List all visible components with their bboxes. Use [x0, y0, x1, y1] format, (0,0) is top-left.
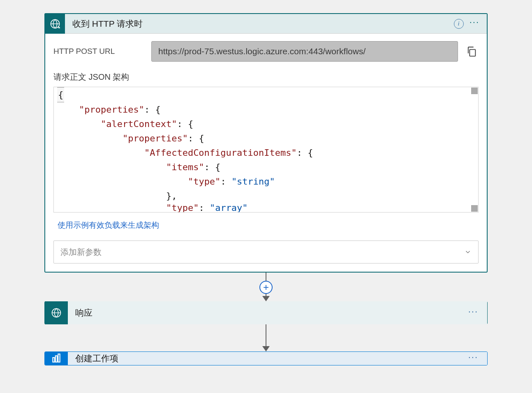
workitem-card[interactable]: 创建工作项 ···: [44, 351, 488, 365]
svg-rect-4: [56, 356, 57, 362]
workitem-title: 创建工作项: [68, 353, 468, 364]
use-sample-payload-link[interactable]: 使用示例有效负载来生成架构: [58, 220, 159, 231]
url-label: HTTP POST URL: [53, 47, 151, 56]
connector-2: [44, 324, 488, 351]
devops-icon: [45, 351, 68, 365]
info-icon[interactable]: i: [454, 19, 464, 29]
chevron-down-icon: [464, 248, 472, 256]
workitem-more-menu[interactable]: ···: [468, 352, 487, 365]
svg-rect-3: [53, 358, 54, 362]
trigger-header[interactable]: 收到 HTTP 请求时 i ···: [45, 14, 487, 34]
response-card[interactable]: 响应 ···: [44, 301, 488, 324]
copy-url-button[interactable]: [465, 44, 479, 58]
trigger-card: 收到 HTTP 请求时 i ··· HTTP POST URL https://…: [44, 13, 488, 273]
svg-rect-5: [58, 354, 60, 362]
json-schema-editor[interactable]: { "properties": { "alertContext": { "pro…: [53, 87, 479, 213]
add-parameter-placeholder: 添加新参数: [60, 247, 102, 258]
connector-1: +: [44, 273, 488, 301]
add-parameter-select[interactable]: 添加新参数: [53, 240, 479, 264]
schema-label: 请求正文 JSON 架构: [53, 72, 479, 83]
response-more-menu[interactable]: ···: [468, 306, 487, 319]
http-globe-icon: [45, 14, 65, 34]
http-globe-icon: [45, 301, 68, 324]
url-value: https://prod-75.westus.logic.azure.com:4…: [151, 41, 458, 62]
trigger-more-menu[interactable]: ···: [470, 18, 479, 30]
response-title: 响应: [68, 307, 468, 319]
url-row: HTTP POST URL https://prod-75.westus.log…: [53, 41, 479, 62]
add-step-button[interactable]: +: [259, 281, 273, 294]
trigger-title: 收到 HTTP 请求时: [65, 18, 454, 30]
svg-rect-1: [470, 49, 475, 56]
trigger-body: HTTP POST URL https://prod-75.westus.log…: [45, 34, 487, 272]
